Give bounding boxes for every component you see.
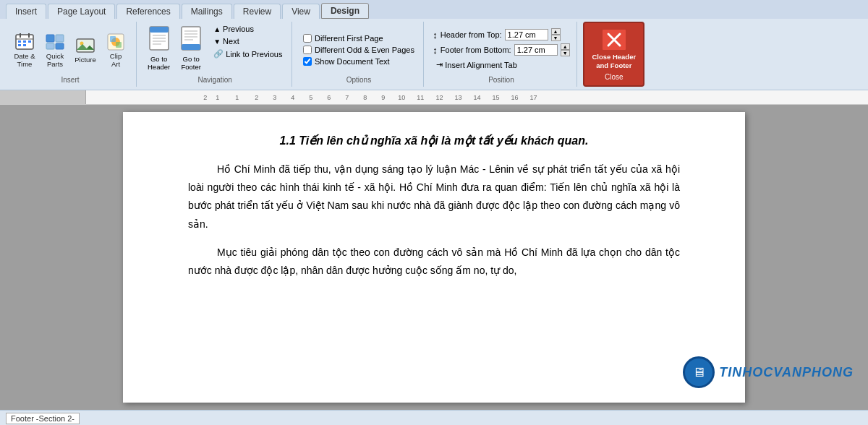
tab-review[interactable]: Review [234,4,281,19]
ruler-inner: 2 1 1 2 3 4 5 6 7 8 9 10 11 12 13 14 15 … [202,94,868,101]
close-header-footer-button[interactable]: Close Headerand Footer [592,28,636,69]
header-from-top-input[interactable] [505,29,548,40]
group-close: Close Headerand Footer Close [583,22,644,87]
svg-rect-5 [23,40,26,43]
link-icon: 🔗 [213,49,224,59]
group-position: ↕ Header from Top: ▲ ▼ ↕ Footer from Bot… [425,22,577,87]
svg-rect-13 [77,39,94,52]
group-insert: Date &Time QuickParts [4,22,137,87]
quick-parts-label: QuickParts [46,52,64,68]
header-from-top-row: ↕ Header from Top: ▲ ▼ [433,28,560,41]
previous-button[interactable]: ▲ Previous [210,23,286,35]
tab-insert[interactable]: Insert [6,4,46,19]
header-spinner-up[interactable]: ▲ [551,28,561,35]
svg-rect-4 [18,40,21,43]
svg-rect-22 [150,27,169,33]
tab-design[interactable]: Design [321,3,369,19]
footer-section-label: Footer -Section 2- [6,413,80,424]
different-first-page-option[interactable]: Different First Page [303,34,383,43]
previous-icon: ▲ [213,25,221,33]
different-odd-even-label: Different Odd & Even Pages [315,46,414,54]
footer-spinner-down[interactable]: ▼ [561,50,570,56]
different-odd-even-option[interactable]: Different Odd & Even Pages [303,46,414,54]
picture-label: Picture [75,56,96,64]
clip-art-label: ClipArt [110,52,122,68]
quick-parts-icon [45,32,65,52]
header-top-icon: ↕ [433,30,438,40]
navigation-group-label: Navigation [198,76,232,85]
svg-rect-19 [110,36,116,42]
next-icon: ▼ [213,38,221,46]
quick-parts-button[interactable]: QuickParts [41,30,69,70]
show-document-text-label: Show Document Text [315,57,390,66]
alignment-icon: ⇥ [436,60,443,69]
footer-from-bottom-row: ↕ Footer from Bottom: ▲ ▼ [433,43,569,56]
different-first-page-label: Different First Page [315,34,383,43]
insert-group-label: Insert [61,76,79,85]
options-group-label: Options [346,76,371,85]
link-to-previous-button[interactable]: 🔗 Link to Previous [210,48,286,60]
goto-footer-icon [180,25,202,55]
status-bar: Footer -Section 2- [0,410,868,425]
watermark-text: TINHOCVANPHONG [719,365,854,380]
options-group-content: Different First Page Different Odd & Eve… [303,23,414,76]
goto-buttons: Go toHeader [144,23,205,73]
svg-rect-7 [18,44,21,46]
svg-rect-12 [56,43,64,49]
svg-rect-8 [23,44,26,46]
header-from-top-label: Header from Top: [441,30,502,39]
footer-bottom-icon: ↕ [433,45,438,56]
insert-alignment-tab-button[interactable]: ⇥ Insert Alignment Tab [433,59,520,71]
show-document-text-checkbox[interactable] [303,57,312,66]
footer-from-bottom-label: Footer from Bottom: [441,46,511,54]
picture-icon [75,35,95,56]
header-spinner: ▲ ▼ [551,28,561,41]
position-group-content: ↕ Header from Top: ▲ ▼ ↕ Footer from Bot… [433,23,569,76]
document-page: 1.1 Tiến lên chủ nghĩa xã hội là một tất… [123,112,745,403]
goto-footer-button[interactable]: Go toFooter [176,23,205,73]
tab-mailings[interactable]: Mailings [182,4,232,19]
toolbar: Date &Time QuickParts [0,19,868,90]
close-group-label: Close [605,73,624,82]
link-to-previous-label: Link to Previous [226,50,282,59]
document-heading: 1.1 Tiến lên chủ nghĩa xã hội là một tất… [188,134,680,147]
watermark-circle: 🖥 [683,356,715,388]
tab-references[interactable]: References [116,4,179,19]
group-navigation: Go toHeader [138,22,292,87]
nav-group-content: Go toHeader [144,23,286,76]
different-odd-even-checkbox[interactable] [303,46,312,54]
svg-rect-11 [46,43,54,49]
watermark-icon: 🖥 [692,365,705,380]
close-x-icon [601,28,627,51]
show-document-text-option[interactable]: Show Document Text [303,57,390,66]
tab-page-layout[interactable]: Page Layout [48,4,115,19]
previous-label: Previous [223,25,254,33]
tab-view[interactable]: View [282,4,320,19]
close-header-footer-label: Close Headerand Footer [592,53,636,69]
svg-rect-9 [46,35,54,42]
clip-art-button[interactable]: ClipArt [101,30,130,70]
clip-art-icon [106,32,126,52]
insert-group-content: Date &Time QuickParts [10,23,130,76]
picture-button[interactable]: Picture [71,33,100,66]
nav-small-buttons: ▲ Previous ▼ Next 🔗 Link to Previous [210,23,286,60]
next-label: Next [223,37,239,46]
svg-rect-28 [182,44,200,50]
different-first-page-checkbox[interactable] [303,34,312,43]
goto-footer-label: Go toFooter [181,55,200,71]
date-time-label: Date &Time [14,52,35,68]
svg-rect-20 [116,42,122,48]
group-options: Different First Page Different Odd & Eve… [294,22,424,87]
svg-rect-6 [28,40,31,43]
footer-spinner-up[interactable]: ▲ [561,43,570,50]
footer-from-bottom-input[interactable] [514,44,558,56]
next-button[interactable]: ▼ Next [210,35,286,47]
date-time-button[interactable]: Date &Time [10,30,39,70]
insert-alignment-tab-label: Insert Alignment Tab [445,61,516,69]
footer-spinner: ▲ ▼ [561,43,570,56]
ruler: 2 1 1 2 3 4 5 6 7 8 9 10 11 12 13 14 15 … [0,90,868,105]
goto-header-button[interactable]: Go toHeader [144,23,174,73]
close-group-content: Close Headerand Footer [592,26,636,72]
header-spinner-down[interactable]: ▼ [551,35,561,41]
document-para-2: Mục tiêu giải phóng dân tộc theo con đườ… [188,244,680,280]
